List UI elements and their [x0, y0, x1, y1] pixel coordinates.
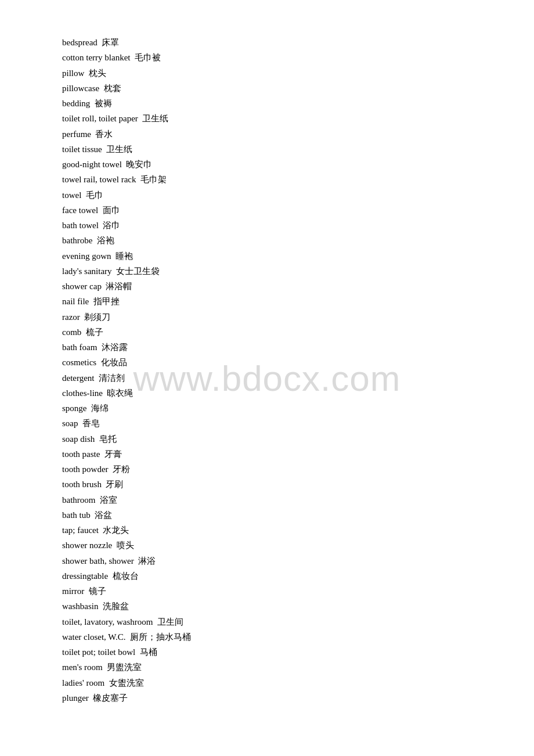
vocab-chinese: 梳子 — [86, 327, 103, 337]
vocab-chinese: 厕所；抽水马桶 — [130, 632, 191, 642]
vocab-line: dressingtable 梳妆台 — [62, 568, 472, 584]
vocab-english: detergent — [62, 373, 95, 383]
vocab-line: bath foam 沐浴露 — [62, 340, 472, 355]
vocab-line: nail file 指甲挫 — [62, 294, 472, 309]
vocab-line: washbasin 洗脸盆 — [62, 599, 472, 614]
vocab-english: tooth brush — [62, 480, 102, 489]
vocab-chinese: 毛巾被 — [135, 53, 161, 62]
vocab-line: towel 毛巾 — [62, 188, 472, 203]
vocab-english: bathrobe — [62, 236, 92, 245]
vocab-english: soap dish — [62, 434, 95, 444]
vocab-english: water closet, W.C. — [62, 632, 126, 642]
vocab-chinese: 浴室 — [100, 495, 117, 505]
vocab-line: soap 香皂 — [62, 416, 472, 431]
vocab-chinese: 洗脸盆 — [103, 602, 129, 611]
vocab-english: mirror — [62, 586, 84, 596]
vocab-chinese: 梳妆台 — [113, 571, 139, 581]
vocab-chinese: 皂托 — [99, 434, 117, 444]
vocab-english: perfume — [62, 129, 91, 139]
vocab-english: sponge — [62, 404, 87, 413]
vocab-english: plunger — [62, 693, 89, 703]
vocab-english: bathroom — [62, 495, 96, 505]
vocab-chinese: 淋浴帽 — [106, 282, 132, 291]
vocab-english: toilet roll, toilet paper — [62, 114, 138, 123]
vocab-line: ladies' room 女盥洗室 — [62, 675, 472, 690]
vocab-english: toilet, lavatory, washroom — [62, 617, 153, 627]
vocab-line: water closet, W.C. 厕所；抽水马桶 — [62, 629, 472, 645]
vocab-line: tooth brush 牙刷 — [62, 477, 472, 492]
vocab-english: cotton terry blanket — [62, 53, 130, 62]
vocab-english: comb — [62, 327, 81, 337]
vocab-line: bedding 被褥 — [62, 96, 472, 111]
vocab-line: shower bath, shower 淋浴 — [62, 553, 472, 568]
vocab-line: mirror 镜子 — [62, 584, 472, 599]
vocab-english: tooth powder — [62, 465, 109, 474]
vocab-chinese: 指甲挫 — [93, 297, 120, 306]
vocab-line: shower nozzle 喷头 — [62, 538, 472, 553]
vocab-line: men's room 男盥洗室 — [62, 660, 472, 675]
vocab-chinese: 枕头 — [89, 69, 106, 78]
vocab-line: perfume 香水 — [62, 127, 472, 142]
vocab-line: toilet pot; toilet bowl 马桶 — [62, 645, 472, 660]
vocab-line: bedspread 床罩 — [62, 35, 472, 50]
vocab-english: bath tub — [62, 510, 91, 520]
vocab-chinese: 女士卫生袋 — [116, 267, 160, 276]
vocab-chinese: 枕套 — [104, 84, 121, 93]
vocab-line: toilet roll, toilet paper 卫生纸 — [62, 111, 472, 126]
vocab-chinese: 床罩 — [102, 38, 119, 47]
vocab-english: evening gown — [62, 251, 111, 261]
vocab-line: bath towel 浴巾 — [62, 218, 472, 233]
vocab-chinese: 剃须刀 — [84, 312, 110, 322]
vocab-english: men's room — [62, 663, 103, 672]
vocab-line: detergent 清洁剂 — [62, 370, 472, 386]
vocab-english: bedding — [62, 99, 90, 108]
vocab-chinese: 卫生纸 — [142, 114, 168, 123]
vocab-english: pillowcase — [62, 84, 99, 93]
vocab-english: good-night towel — [62, 160, 122, 169]
vocab-english: nail file — [62, 297, 89, 306]
vocab-line: cotton terry blanket 毛巾被 — [62, 50, 472, 65]
vocab-english: pillow — [62, 69, 84, 78]
vocab-chinese: 牙刷 — [106, 480, 123, 489]
vocab-chinese: 女盥洗室 — [109, 678, 144, 687]
vocab-english: bath foam — [62, 343, 97, 352]
vocab-line: good-night towel 晚安巾 — [62, 157, 472, 172]
page-content: bedspread 床罩cotton terry blanket 毛巾被pill… — [0, 0, 534, 740]
vocab-line: shower cap 淋浴帽 — [62, 279, 472, 294]
vocab-line: pillow 枕头 — [62, 66, 472, 81]
vocab-chinese: 橡皮塞子 — [93, 693, 128, 703]
vocab-english: clothes-line — [62, 388, 103, 398]
vocab-english: tap; faucet — [62, 525, 99, 535]
vocab-chinese: 海绵 — [91, 404, 109, 413]
vocab-chinese: 牙粉 — [113, 465, 130, 474]
vocab-english: bath towel — [62, 221, 99, 230]
vocab-chinese: 喷头 — [117, 541, 134, 550]
vocab-line: tooth paste 牙膏 — [62, 447, 472, 462]
vocab-line: pillowcase 枕套 — [62, 81, 472, 96]
vocab-english: shower bath, shower — [62, 556, 134, 566]
vocab-english: shower cap — [62, 282, 102, 291]
vocab-chinese: 浴盆 — [95, 510, 112, 520]
vocab-chinese: 化妆品 — [101, 358, 127, 367]
vocab-english: tooth paste — [62, 449, 100, 459]
vocab-english: razor — [62, 312, 80, 322]
vocab-line: toilet tissue 卫生纸 — [62, 142, 472, 157]
vocab-chinese: 清洁剂 — [99, 373, 125, 383]
vocab-line: comb 梳子 — [62, 325, 472, 340]
vocab-chinese: 浴袍 — [97, 236, 114, 245]
vocab-chinese: 毛巾架 — [140, 175, 167, 184]
vocab-line: tap; faucet 水龙头 — [62, 523, 472, 538]
vocab-english: shower nozzle — [62, 541, 112, 550]
vocab-english: ladies' room — [62, 678, 104, 687]
vocab-chinese: 男盥洗室 — [107, 663, 142, 672]
vocab-line: cosmetics 化妆品 — [62, 355, 472, 370]
vocab-english: towel — [62, 190, 81, 200]
vocab-line: bathroom 浴室 — [62, 492, 472, 507]
vocab-line: bath tub 浴盆 — [62, 507, 472, 523]
vocab-chinese: 被褥 — [95, 99, 112, 108]
vocab-chinese: 面巾 — [103, 206, 120, 215]
vocab-line: towel rail, towel rack 毛巾架 — [62, 172, 472, 187]
vocab-english: towel rail, towel rack — [62, 175, 136, 184]
vocab-line: bathrobe 浴袍 — [62, 233, 472, 248]
vocab-chinese: 淋浴 — [138, 556, 156, 566]
